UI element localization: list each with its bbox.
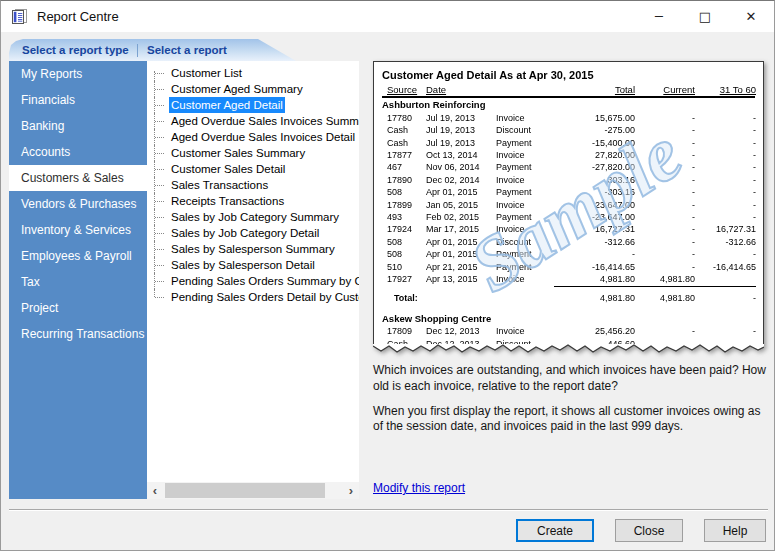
report-data-row: 508Apr 01, 2015Payment-303.16-- <box>382 186 755 198</box>
report-item-pending-sales-orders-summary-by-customer[interactable]: Pending Sales Orders Summary by Customer <box>147 273 359 289</box>
sidebar: My ReportsFinancialsBankingAccountsCusto… <box>9 61 147 499</box>
report-data-row: 17890Dec 02, 2014Invoice303.16-- <box>382 174 755 186</box>
sidebar-item-customers-sales[interactable]: Customers & Sales <box>9 165 147 191</box>
titlebar: Report Centre ─ □ ✕ <box>1 1 774 32</box>
report-item-sales-by-job-category-summary[interactable]: Sales by Job Category Summary <box>147 209 359 225</box>
scroll-right-arrow-icon[interactable]: › <box>343 482 359 499</box>
report-item-label: Customer Aged Detail <box>169 97 285 113</box>
report-list-panel: Customer ListCustomer Aged SummaryCustom… <box>147 61 359 499</box>
report-item-sales-by-salesperson-summary[interactable]: Sales by Salesperson Summary <box>147 241 359 257</box>
sidebar-item-accounts[interactable]: Accounts <box>9 139 147 165</box>
report-item-customer-list[interactable]: Customer List <box>147 65 359 81</box>
col-total: Total <box>554 84 635 96</box>
report-data-row: 17927Apr 13, 2015Invoice4,981.804,981.80 <box>382 273 755 286</box>
report-data-row: 510Apr 21, 2015Payment-16,414.65--16,414… <box>382 261 755 273</box>
customer-group-name: Ashburton Reinforcing <box>382 99 755 111</box>
preview-report-title: Customer Aged Detail As at Apr 30, 2015 <box>382 69 755 81</box>
sidebar-item-tax[interactable]: Tax <box>9 269 147 295</box>
select-report-type-header: Select a report type <box>9 44 137 56</box>
report-preview-paper: Customer Aged Detail As at Apr 30, 2015 … <box>373 61 764 354</box>
report-item-customer-sales-detail[interactable]: Customer Sales Detail <box>147 161 359 177</box>
select-report-header: Select a report <box>147 44 227 56</box>
scroll-left-arrow-icon[interactable]: ‹ <box>147 482 163 499</box>
col-date: Date <box>426 84 496 96</box>
report-item-customer-aged-detail[interactable]: Customer Aged Detail <box>147 97 359 113</box>
report-item-aged-overdue-sales-invoices-summary[interactable]: Aged Overdue Sales Invoices Summary <box>147 113 359 129</box>
window-title: Report Centre <box>37 9 119 24</box>
create-button[interactable]: Create <box>516 519 594 542</box>
report-item-label: Sales by Job Category Summary <box>169 209 341 225</box>
report-item-sales-by-salesperson-detail[interactable]: Sales by Salesperson Detail <box>147 257 359 273</box>
help-button[interactable]: Help <box>704 519 766 542</box>
report-description: Which invoices are outstanding, and whic… <box>373 363 771 435</box>
sidebar-item-project[interactable]: Project <box>9 295 147 321</box>
col-current: Current <box>635 84 695 96</box>
sidebar-item-vendors-purchases[interactable]: Vendors & Purchases <box>9 191 147 217</box>
report-data-row: 17899Jan 05, 2015Invoice23,647.00-- <box>382 199 755 211</box>
report-item-sales-by-job-category-detail[interactable]: Sales by Job Category Detail <box>147 225 359 241</box>
minimize-button[interactable]: ─ <box>636 1 682 32</box>
horizontal-scrollbar[interactable]: ‹ › <box>147 482 359 499</box>
report-item-label: Sales by Salesperson Detail <box>169 257 317 273</box>
footer-separator <box>9 509 768 511</box>
sidebar-item-my-reports[interactable]: My Reports <box>9 61 147 87</box>
report-item-label: Customer List <box>169 65 244 81</box>
report-item-label: Customer Aged Summary <box>169 81 305 97</box>
report-data-row: 17924Mar 17, 2015Invoice16,727.31-16,727… <box>382 223 755 235</box>
maximize-button[interactable]: □ <box>682 1 728 32</box>
description-paragraph-2: When you first display the report, it sh… <box>373 404 771 436</box>
panel-headers-tab: Select a report type Select a report <box>9 39 296 61</box>
report-item-pending-sales-orders-detail-by-customer[interactable]: Pending Sales Orders Detail by Customer <box>147 289 359 305</box>
sidebar-item-banking[interactable]: Banking <box>9 113 147 139</box>
report-item-label: Pending Sales Orders Detail by Customer <box>169 289 359 305</box>
report-item-label: Receipts Transactions <box>169 193 286 209</box>
report-item-customer-aged-summary[interactable]: Customer Aged Summary <box>147 81 359 97</box>
close-dialog-button[interactable]: Close <box>615 519 683 542</box>
close-button[interactable]: ✕ <box>728 1 774 32</box>
sidebar-item-inventory-services[interactable]: Inventory & Services <box>9 217 147 243</box>
report-item-label: Aged Overdue Sales Invoices Detail <box>169 129 357 145</box>
footer-buttons: Create Close Help <box>516 519 766 542</box>
report-centre-window: Report Centre ─ □ ✕ Select a report type… <box>0 0 775 551</box>
report-data-row: 17780Jul 19, 2013Invoice15,675.00-- <box>382 112 755 124</box>
report-item-label: Pending Sales Orders Summary by Customer <box>169 273 359 289</box>
report-item-aged-overdue-sales-invoices-detail[interactable]: Aged Overdue Sales Invoices Detail <box>147 129 359 145</box>
report-item-label: Aged Overdue Sales Invoices Summary <box>169 113 359 129</box>
report-item-receipts-transactions[interactable]: Receipts Transactions <box>147 193 359 209</box>
sidebar-item-recurring-transactions[interactable]: Recurring Transactions <box>9 321 147 347</box>
report-data-row: 508Apr 01, 2015Payment--- <box>382 248 755 260</box>
sidebar-item-employees-payroll[interactable]: Employees & Payroll <box>9 243 147 269</box>
paper-torn-edge <box>373 344 764 354</box>
report-list: Customer ListCustomer Aged SummaryCustom… <box>147 61 359 305</box>
scrollbar-thumb[interactable] <box>165 483 325 498</box>
sidebar-item-financials[interactable]: Financials <box>9 87 147 113</box>
report-item-label: Sales by Salesperson Summary <box>169 241 337 257</box>
report-data-row: 493Feb 02, 2015Payment-23,647.00-- <box>382 211 755 223</box>
report-item-label: Customer Sales Summary <box>169 145 307 161</box>
report-data-row: CashJul 19, 2013Discount-275.00-- <box>382 124 755 136</box>
report-data-row: CashJul 19, 2013Payment-15,400.00-- <box>382 137 755 149</box>
preview-table-body: Ashburton Reinforcing17780Jul 19, 2013In… <box>382 99 755 344</box>
report-item-label: Sales Transactions <box>169 177 270 193</box>
group-total-row: Total:4,981.804,981.80- <box>382 292 755 304</box>
preview-column-headers: Source Date Total Current 31 To 60 <box>382 84 755 98</box>
report-preview-panel: Customer Aged Detail As at Apr 30, 2015 … <box>373 61 768 435</box>
report-centre-app-icon <box>11 8 29 25</box>
report-item-sales-transactions[interactable]: Sales Transactions <box>147 177 359 193</box>
scrollbar-track[interactable] <box>163 482 343 499</box>
col-source: Source <box>382 84 426 96</box>
report-item-label: Sales by Job Category Detail <box>169 225 321 241</box>
customer-group-name: Askew Shopping Centre <box>382 313 755 325</box>
report-data-row: CashDec 12, 2013Discount-446.60-- <box>382 338 755 344</box>
description-paragraph-1: Which invoices are outstanding, and whic… <box>373 363 771 395</box>
modify-this-report-link[interactable]: Modify this report <box>373 481 465 495</box>
report-data-row: 467Nov 06, 2014Payment-27,820.00-- <box>382 161 755 173</box>
tab-header-divider <box>137 44 138 57</box>
report-item-label: Customer Sales Detail <box>169 161 287 177</box>
report-data-row: 17809Dec 12, 2013Invoice25,456.20-- <box>382 325 755 337</box>
report-data-row: 508Apr 01, 2015Discount-312.66--312.66 <box>382 236 755 248</box>
report-item-customer-sales-summary[interactable]: Customer Sales Summary <box>147 145 359 161</box>
report-data-row: 17877Oct 13, 2014Invoice27,820.00-- <box>382 149 755 161</box>
col-31to60: 31 To 60 <box>695 84 756 96</box>
